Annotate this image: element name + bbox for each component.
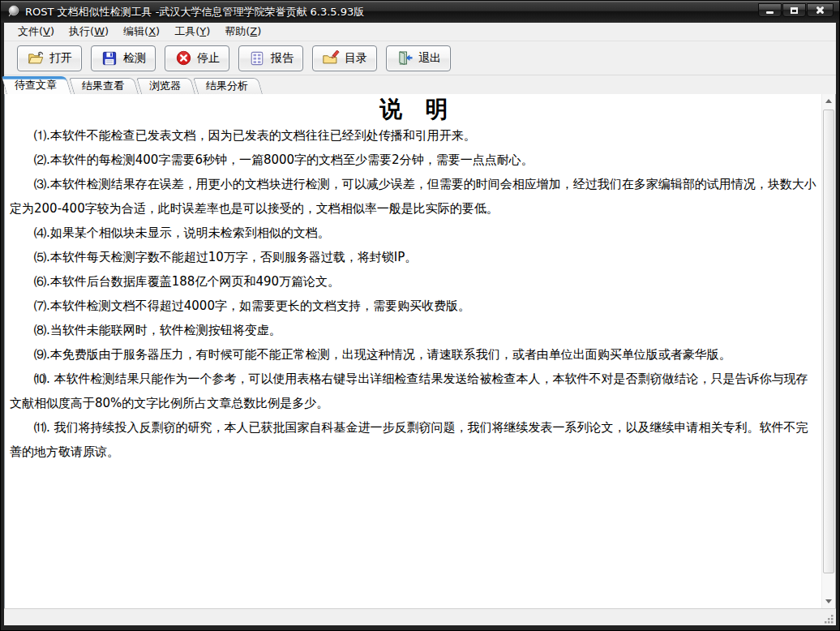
detect-button[interactable]: 检测 xyxy=(91,45,156,71)
floppy-disk-icon xyxy=(101,50,118,66)
instruction-paragraph-7: ⑺.本软件检测文档不得超过4000字，如需要更长的文档支持，需要购买收费版。 xyxy=(10,294,818,318)
scroll-up-icon xyxy=(825,99,832,103)
app-icon xyxy=(6,5,20,19)
tab-bar: 待查文章 结果查看 浏览器 结果分析 xyxy=(4,75,836,94)
stop-icon xyxy=(174,50,192,66)
menu-help[interactable]: 帮助(Z) xyxy=(217,23,268,41)
instruction-paragraph-5: ⑸.本软件每天检测字数不能超过10万字，否则服务器过载，将封锁IP。 xyxy=(10,245,818,269)
tab-browser[interactable]: 浏览器 xyxy=(141,78,195,94)
catalog-button-label: 目录 xyxy=(345,51,367,66)
stop-button[interactable]: 停止 xyxy=(165,45,229,71)
menu-file[interactable]: 文件(V) xyxy=(11,23,62,41)
scroll-up-button[interactable] xyxy=(822,94,835,108)
exit-door-icon xyxy=(396,50,414,66)
vertical-scrollbar[interactable] xyxy=(821,94,835,608)
catalog-button[interactable]: 目录 xyxy=(312,45,377,71)
scroll-down-button[interactable] xyxy=(822,595,835,608)
instruction-paragraph-4: ⑷.如果某个相似块未显示，说明未检索到相似的文档。 xyxy=(10,221,818,245)
title-bar: ROST 文档相似性检测工具 -武汉大学信息管理学院荣誉贡献 6.3.5.93版 xyxy=(1,1,839,23)
open-button-label: 打开 xyxy=(49,51,72,66)
content-area: 说 明 ⑴.本软件不能检查已发表文档，因为已发表的文档往往已经到处传播和引用开来… xyxy=(4,93,836,608)
catalog-folder-pencil-icon xyxy=(322,50,340,66)
instruction-paragraph-10: ⑽. 本软件检测结果只能作为一个参考，可以使用表格右键导出详细检查结果发送给被检… xyxy=(10,367,818,415)
exit-button-label: 退出 xyxy=(418,51,441,66)
maximize-button[interactable] xyxy=(782,3,806,17)
instruction-paragraph-9: ⑼.本免费版由于服务器压力，有时候可能不能正常检测，出现这种情况，请速联系我们，… xyxy=(10,342,818,367)
instruction-paragraph-8: ⑻.当软件未能联网时，软件检测按钮将变虚。 xyxy=(10,318,818,342)
menu-run[interactable]: 执行(W) xyxy=(62,23,116,41)
client-area: 文件(V) 执行(W) 编辑(X) 工具(Y) 帮助(Z) 打开 xyxy=(4,23,836,625)
minimize-button[interactable] xyxy=(758,3,782,17)
tab-result-view[interactable]: 结果查看 xyxy=(74,78,139,94)
instruction-paragraph-1: ⑴.本软件不能检查已发表文档，因为已发表的文档往往已经到处传播和引用开来。 xyxy=(10,123,818,148)
tab-pending-article[interactable]: 待查文章 xyxy=(6,76,71,94)
minimize-icon xyxy=(766,11,774,14)
instructions-page: 说 明 ⑴.本软件不能检查已发表文档，因为已发表的文档往往已经到处传播和引用开来… xyxy=(5,94,821,608)
scrollbar-track[interactable] xyxy=(822,108,835,595)
exit-button[interactable]: 退出 xyxy=(386,45,451,71)
report-table-icon xyxy=(248,50,266,66)
scroll-down-icon xyxy=(825,599,832,603)
resize-grip[interactable] xyxy=(823,612,834,624)
toolbar: 打开 检测 xyxy=(4,41,836,75)
open-folder-icon xyxy=(27,50,45,66)
close-icon xyxy=(816,6,825,15)
maximize-icon xyxy=(791,7,798,14)
detect-button-label: 检测 xyxy=(123,51,146,66)
tab-result-analysis[interactable]: 结果分析 xyxy=(198,78,263,94)
report-button-label: 报告 xyxy=(271,51,294,66)
report-button[interactable]: 报告 xyxy=(238,45,303,71)
menu-edit[interactable]: 编辑(X) xyxy=(116,23,167,41)
window-controls xyxy=(757,1,834,23)
window-title: ROST 文档相似性检测工具 -武汉大学信息管理学院荣誉贡献 6.3.5.93版 xyxy=(25,5,364,19)
open-button[interactable]: 打开 xyxy=(17,45,82,71)
menu-tools[interactable]: 工具(Y) xyxy=(167,23,217,41)
instruction-paragraph-3: ⑶.本软件检测结果存在误差，用更小的文档块进行检测，可以减少误差，但需要的时间会… xyxy=(10,172,818,221)
app-window: ROST 文档相似性检测工具 -武汉大学信息管理学院荣誉贡献 6.3.5.93版… xyxy=(0,0,840,631)
status-bar xyxy=(4,608,836,625)
menu-bar: 文件(V) 执行(W) 编辑(X) 工具(Y) 帮助(Z) xyxy=(4,23,836,41)
page-title: 说 明 xyxy=(10,96,818,123)
stop-button-label: 停止 xyxy=(197,51,220,66)
scrollbar-thumb[interactable] xyxy=(823,109,834,573)
close-button[interactable] xyxy=(807,3,834,17)
instruction-paragraph-6: ⑹.本软件后台数据库覆盖188亿个网页和490万篇论文。 xyxy=(10,269,818,294)
instruction-paragraph-2: ⑵.本软件的每检测400字需要6秒钟，一篇8000字的文档至少需要2分钟，需要一… xyxy=(10,148,818,172)
instruction-paragraph-11: ⑾. 我们将持续投入反剽窃的研究，本人已获批国家自科基金进一步反剽窃问题，我们将… xyxy=(10,415,818,464)
